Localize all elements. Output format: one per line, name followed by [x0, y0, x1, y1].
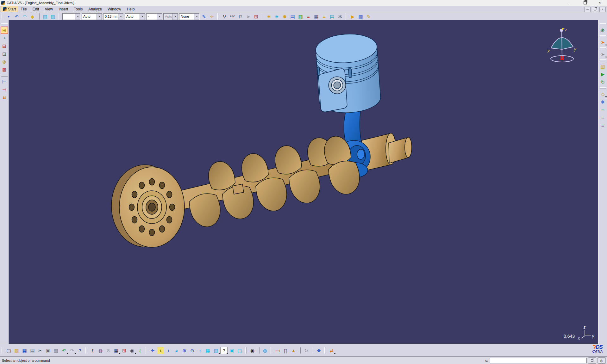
- painter-icon[interactable]: ✎: [200, 13, 208, 20]
- help-cursor-icon[interactable]: ?: [76, 347, 84, 354]
- viewport-3d[interactable]: z x y 0,643 z y x: [9, 20, 598, 344]
- weld-feature-icon[interactable]: V: [221, 13, 228, 20]
- formula-icon[interactable]: ƒ: [89, 347, 96, 354]
- redo-icon[interactable]: ↷: [68, 347, 76, 354]
- maximize-button[interactable]: [578, 0, 592, 6]
- fly-mode-icon[interactable]: ✈: [149, 347, 156, 354]
- graphic-color-combo-dropdown-button[interactable]: [75, 14, 80, 20]
- sparkle-doc-icon-2[interactable]: ✸: [281, 13, 288, 20]
- point-style-combo[interactable]: ·: [146, 13, 162, 20]
- layer-combo-dropdown-button[interactable]: [194, 14, 199, 20]
- cut-scissors-icon[interactable]: ✂: [37, 347, 44, 354]
- doc-tree-icon[interactable]: ▤: [329, 13, 336, 20]
- lock-icon[interactable]: ◉: [128, 347, 136, 354]
- command-input[interactable]: [490, 358, 587, 363]
- rotate-icon[interactable]: ◕: [173, 347, 180, 354]
- view-compass[interactable]: z x y: [547, 27, 577, 62]
- render-style-combo[interactable]: Auto: [163, 13, 178, 20]
- smart-pick-icon[interactable]: ➤: [599, 51, 606, 58]
- new-document-icon[interactable]: ▢: [5, 347, 12, 354]
- insert-existing-component-icon[interactable]: ▶: [599, 71, 606, 78]
- measure-caliper-icon[interactable]: ∏: [282, 347, 289, 354]
- line-type-combo[interactable]: Auto: [125, 13, 145, 20]
- knowledge-speech-icon[interactable]: ◍: [97, 347, 104, 354]
- undo-icon[interactable]: ↶: [60, 347, 68, 354]
- line-type-combo-dropdown-button[interactable]: [140, 14, 145, 20]
- mass-weight-icon[interactable]: ▲: [290, 347, 297, 354]
- menu-item-edit[interactable]: Edit: [30, 6, 42, 12]
- broken-link-icon[interactable]: ⊠: [1, 66, 8, 73]
- menu-item-window[interactable]: Window: [105, 6, 124, 12]
- catalog-book-icon[interactable]: ❖: [599, 98, 606, 106]
- iso-box-icon-2[interactable]: ▨: [49, 13, 57, 20]
- sync-box-icon[interactable]: ↻: [599, 78, 606, 86]
- line-weight-combo-dropdown-button[interactable]: [118, 14, 123, 20]
- menu-item-help[interactable]: Help: [124, 6, 138, 12]
- design-table-icon[interactable]: ▦: [113, 347, 120, 354]
- insert-component-icon[interactable]: ⊟: [1, 42, 8, 50]
- sparkle-doc-icon-1[interactable]: ✷: [273, 13, 280, 20]
- open-folder-icon[interactable]: ▨: [13, 347, 20, 354]
- box-arrow-icon[interactable]: ▶: [349, 13, 356, 20]
- paste-icon[interactable]: ▩: [53, 347, 60, 354]
- render-style-combo-dropdown-button[interactable]: [172, 14, 178, 20]
- render-edges-icon[interactable]: ▢: [236, 347, 243, 354]
- piston-model[interactable]: [315, 32, 381, 115]
- camera-icon[interactable]: ◉: [249, 347, 256, 354]
- manikin-icon[interactable]: 8: [105, 347, 112, 354]
- environment-icon[interactable]: ◍: [261, 347, 269, 354]
- tree-edit-icon[interactable]: ✎: [365, 13, 372, 20]
- line-weight-combo[interactable]: 0,13 mm: [103, 13, 123, 20]
- expand-tree-icon[interactable]: ⊢: [1, 78, 8, 85]
- zoom-in-icon[interactable]: ⊕: [181, 347, 188, 354]
- dropdown-arrow-icon[interactable]: [605, 57, 607, 58]
- browse-book-icon[interactable]: ❖: [315, 347, 322, 354]
- multi-view-icon[interactable]: ▦: [204, 347, 212, 354]
- copy-icon[interactable]: ▣: [45, 347, 52, 354]
- catalog-swirl-icon[interactable]: ↻: [303, 347, 310, 354]
- named-views-icon[interactable]: ?: [220, 347, 228, 354]
- filter-tree-icon[interactable]: ≋: [1, 94, 8, 101]
- graphic-color-combo[interactable]: [62, 13, 80, 20]
- mdi-restore-button[interactable]: [592, 7, 598, 12]
- dialog-expand-button[interactable]: [588, 357, 596, 364]
- frame-tree-icon[interactable]: ⊞: [253, 13, 260, 20]
- part-numbering-icon[interactable]: ▦: [313, 13, 320, 20]
- opacity-combo[interactable]: Auto: [82, 13, 102, 20]
- render-shaded-icon[interactable]: ▣: [228, 347, 235, 354]
- menu-item-view[interactable]: View: [42, 6, 56, 12]
- wizard-icon[interactable]: ✧: [208, 13, 216, 20]
- pan-icon[interactable]: +: [165, 347, 172, 354]
- minimize-button[interactable]: [563, 0, 578, 6]
- reorder-tree-icon[interactable]: ⊣: [1, 86, 8, 93]
- structure-squares-icon[interactable]: ⊞: [121, 347, 128, 354]
- mdi-close-button[interactable]: ×: [599, 7, 606, 12]
- snap-arrows-icon[interactable]: ⇄: [328, 347, 335, 354]
- sparkle-palette-icon[interactable]: ✷: [265, 13, 272, 20]
- sparkle-n-icon[interactable]: ✻: [336, 13, 344, 20]
- select-cursor-icon[interactable]: ➤: [599, 39, 606, 46]
- dropdown-arrow-icon[interactable]: [605, 96, 607, 98]
- graph-tree-icon-2[interactable]: ≡: [599, 114, 606, 121]
- open-box-icon[interactable]: ◇: [599, 90, 606, 98]
- layer-combo[interactable]: None: [179, 13, 199, 20]
- opacity-combo-dropdown-button[interactable]: [97, 14, 102, 20]
- fit-all-in-icon[interactable]: +: [157, 347, 164, 354]
- close-button[interactable]: ×: [592, 0, 607, 6]
- status-info-button[interactable]: ◎: [598, 357, 606, 364]
- spline-icon[interactable]: ◠: [21, 13, 28, 20]
- tree-yellow-icon[interactable]: ≡: [321, 13, 328, 20]
- doc-import-icon[interactable]: ▥: [297, 13, 304, 20]
- doc-export-icon[interactable]: ▤: [289, 13, 296, 20]
- text-annotation-icon[interactable]: ABC: [229, 13, 236, 20]
- mdi-minimize-button[interactable]: [584, 7, 591, 12]
- pages-brace-icon[interactable]: {: [136, 347, 144, 354]
- paste-box-icon[interactable]: ▧: [599, 63, 606, 70]
- doc-update-icon[interactable]: ▧: [357, 13, 364, 20]
- hide-show-arrow-icon[interactable]: ➤: [245, 13, 252, 20]
- iso-view-cube-icon[interactable]: ▧: [212, 347, 220, 354]
- dropdown-arrow-icon[interactable]: [605, 45, 607, 46]
- tree-reorder-icon[interactable]: ≡: [305, 13, 312, 20]
- menu-item-file[interactable]: File: [18, 6, 29, 12]
- graph-tree-icon-1[interactable]: ≡: [599, 106, 606, 114]
